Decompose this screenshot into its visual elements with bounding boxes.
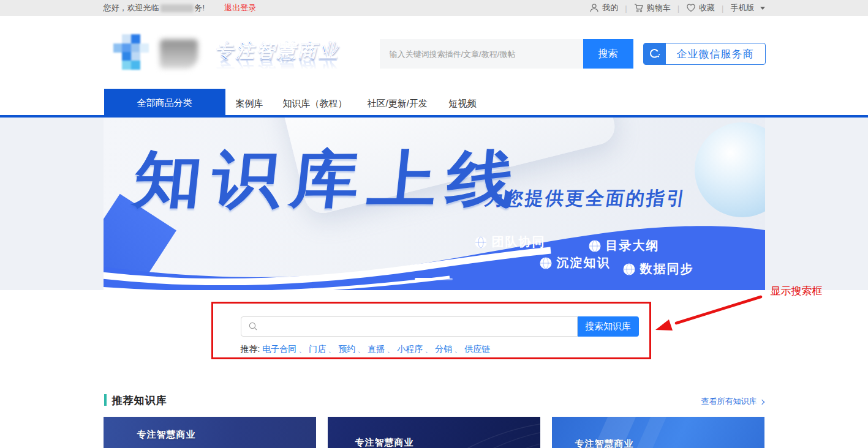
cart-link[interactable]: 购物车	[634, 2, 671, 13]
wechat-service-button[interactable]: 企业微信服务商	[643, 43, 766, 65]
nav-short-video[interactable]: 短视频	[449, 89, 477, 118]
cart-label: 购物车	[647, 2, 671, 13]
feature-label: 数据同步	[640, 261, 694, 277]
site-logo[interactable]	[113, 34, 198, 70]
mobile-label: 手机版	[731, 2, 755, 13]
kb-card[interactable]: 专注智慧商业	[328, 417, 540, 448]
nav-knowledge-base[interactable]: 知识库（教程）	[283, 89, 347, 118]
wechat-service-label: 企业微信服务商	[666, 43, 765, 64]
recommend-link[interactable]: 电子合同	[262, 344, 296, 354]
globe-icon	[623, 263, 635, 275]
feature-label: 目录大纲	[606, 237, 660, 254]
section-title: 推荐知识库	[112, 394, 167, 408]
separator: 、	[387, 344, 395, 354]
recommend-link[interactable]: 供应链	[464, 344, 490, 354]
kb-card-title: 专注智慧商业	[355, 437, 414, 448]
logo-pixelated-icon	[113, 34, 149, 70]
recommend-label: 推荐:	[241, 344, 260, 354]
banner-strip: 知识库上线 为您提供更全面的指引 团队协同 目录大纲 沉淀	[0, 118, 868, 290]
tagline-reflection: 专注智慧商业	[215, 58, 340, 76]
globe-icon	[589, 240, 601, 252]
header: 专注智慧商业 专注智慧商业 搜索 企业微信服务商	[0, 16, 868, 89]
tagline: 专注智慧商业 专注智慧商业	[215, 42, 340, 76]
logout-link[interactable]: 退出登录	[224, 2, 256, 13]
separator: 、	[454, 344, 462, 354]
nav-community[interactable]: 社区/更新/开发	[368, 89, 428, 118]
chevron-down-icon	[760, 7, 765, 10]
banner-wave	[104, 211, 765, 290]
heart-icon	[686, 3, 696, 13]
header-search-input[interactable]	[380, 39, 583, 69]
mobile-version-menu[interactable]: 手机版	[731, 2, 765, 13]
banner-tech-sphere	[695, 122, 765, 217]
banner-feature: 数据同步	[623, 261, 694, 277]
banner-subtitle: 为您提供更全面的指引	[483, 186, 689, 211]
globe-icon	[475, 236, 487, 248]
recommend-link[interactable]: 预约	[338, 344, 355, 354]
main-content: 搜索知识库 推荐: 电子合同、门店、预约、直播、小程序、分销、供应链 显示搜索框…	[104, 290, 765, 446]
header-search-button[interactable]: 搜索	[583, 39, 633, 69]
banner-feature: 沉淀知识	[540, 255, 611, 271]
recommend-link[interactable]: 直播	[368, 344, 385, 354]
topbar: 您好，欢迎光临 务! 退出登录 我的 | 购物车 |	[0, 0, 868, 16]
my-account-link[interactable]: 我的	[589, 2, 618, 13]
nav-all-categories[interactable]: 全部商品分类	[104, 89, 225, 118]
recommend-link[interactable]: 小程序	[397, 344, 423, 354]
annotation-arrow	[651, 292, 770, 336]
recommend-link[interactable]: 分销	[435, 344, 452, 354]
annotation-text: 显示搜索框	[771, 284, 823, 298]
separator: |	[625, 4, 627, 13]
kb-card-row: 专注智慧商业 专注智慧商业 专注智慧商业	[104, 417, 764, 448]
view-all-label: 查看所有知识库	[701, 396, 757, 407]
kb-card-title: 专注智慧商业	[137, 429, 196, 441]
feature-label: 团队协同	[492, 234, 546, 250]
blurred-shop-name	[160, 4, 194, 12]
section-accent-bar	[104, 394, 107, 406]
separator: 、	[425, 344, 433, 354]
main-nav: 全部商品分类 案例库 知识库（教程） 社区/更新/开发 短视频	[0, 89, 868, 118]
kb-card[interactable]: 专注智慧商业	[552, 417, 764, 448]
banner-feature: 目录大纲	[589, 237, 660, 254]
favorites-label: 收藏	[699, 2, 715, 13]
banner-slide[interactable]: 知识库上线 为您提供更全面的指引 团队协同 目录大纲 沉淀	[104, 118, 765, 290]
view-all-link[interactable]: 查看所有知识库	[701, 396, 764, 407]
wechat-work-icon	[644, 43, 666, 64]
banner-feature: 团队协同	[475, 234, 546, 250]
separator: |	[677, 4, 679, 13]
recommended-kb-section-header: 推荐知识库 查看所有知识库	[104, 393, 765, 408]
feature-label: 沉淀知识	[557, 255, 611, 271]
carousel-dot-active[interactable]	[415, 278, 432, 280]
favorites-link[interactable]: 收藏	[686, 2, 715, 13]
kb-card-title: 专注智慧商业	[575, 438, 634, 448]
my-label: 我的	[602, 2, 618, 13]
chevron-right-icon	[759, 399, 764, 404]
greeting-prefix: 您好，欢迎光临	[104, 2, 159, 13]
annotation-highlight-box: 搜索知识库 推荐: 电子合同、门店、预约、直播、小程序、分销、供应链	[211, 302, 651, 359]
separator: |	[722, 4, 723, 13]
separator: 、	[328, 344, 336, 354]
user-icon	[589, 3, 599, 13]
logo-blurred-text	[160, 39, 198, 69]
kb-search-button[interactable]: 搜索知识库	[578, 316, 639, 337]
carousel-dot[interactable]	[436, 278, 453, 280]
cart-icon	[634, 3, 644, 13]
banner-title: 知识库上线	[130, 148, 528, 209]
greeting-suffix: 务!	[195, 2, 205, 13]
separator: 、	[357, 344, 366, 354]
nav-case-library[interactable]: 案例库	[236, 89, 263, 118]
greeting: 您好，欢迎光临 务!	[104, 2, 205, 13]
kb-search-input[interactable]	[241, 316, 578, 337]
kb-card[interactable]: 专注智慧商业	[104, 417, 316, 448]
recommend-link[interactable]: 门店	[309, 344, 326, 354]
separator: 、	[298, 344, 307, 354]
globe-icon	[540, 257, 552, 269]
kb-recommend-row: 推荐: 电子合同、门店、预约、直播、小程序、分销、供应链	[241, 344, 491, 355]
